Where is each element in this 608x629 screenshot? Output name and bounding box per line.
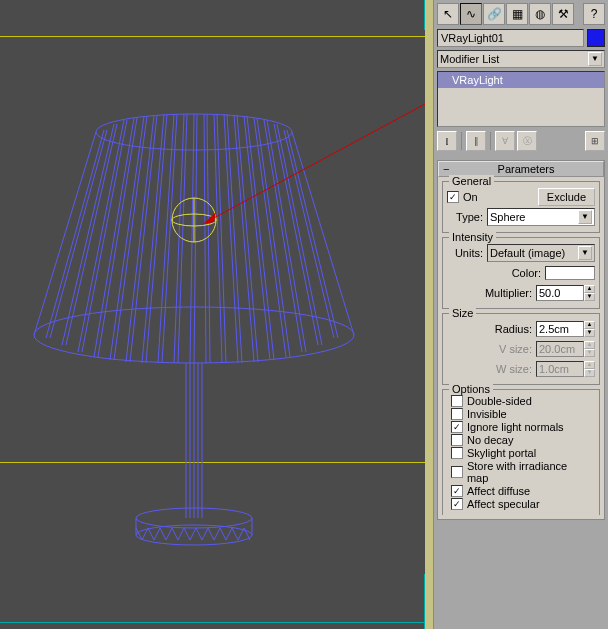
modifier-list-text: Modifier List — [440, 53, 588, 65]
option-label: No decay — [467, 434, 513, 446]
general-group-title: General — [449, 175, 494, 187]
lamp-wireframe — [24, 70, 384, 550]
svg-line-23 — [50, 130, 107, 338]
option-label: Invisible — [467, 408, 507, 420]
option-label: Store with irradiance map — [467, 460, 591, 484]
teal-guide-h — [0, 622, 425, 623]
make-unique-icon[interactable]: ∀ — [495, 131, 515, 151]
tab-row: ↖ ∿ 🔗 ▦ ◍ ⚒ ? — [437, 3, 605, 25]
size-group-title: Size — [449, 307, 476, 319]
type-dropdown[interactable]: Sphere ▼ — [487, 208, 595, 226]
option-checkbox[interactable] — [451, 395, 463, 407]
option-row: Invisible — [451, 408, 591, 420]
options-group-title: Options — [449, 383, 493, 395]
utilities-tab-icon[interactable]: ⚒ — [552, 3, 574, 25]
options-group: Options Double-sidedInvisibleIgnore ligh… — [442, 389, 600, 515]
remove-mod-icon[interactable]: ⓧ — [517, 131, 537, 151]
panel-dock-strip[interactable] — [425, 0, 434, 629]
command-panel: ↖ ∿ 🔗 ▦ ◍ ⚒ ? Modifier List ▼ VRayLight … — [425, 0, 608, 629]
modifier-list-dropdown[interactable]: Modifier List ▼ — [437, 50, 605, 68]
show-result-icon[interactable]: ∥ — [466, 131, 486, 151]
object-name-input[interactable] — [437, 29, 584, 47]
color-picker[interactable] — [545, 266, 595, 280]
option-row: Ignore light normals — [451, 421, 591, 433]
spin-down-icon[interactable]: ▼ — [584, 329, 595, 337]
option-row: Store with irradiance map — [451, 460, 591, 484]
spin-down-icon: ▼ — [584, 349, 595, 357]
svg-line-22 — [284, 130, 334, 338]
stack-toolbar: ⫿ ∥ ∀ ⓧ ⊞ — [437, 130, 605, 152]
collapse-icon: − — [443, 163, 453, 175]
spin-down-icon[interactable]: ▼ — [584, 293, 595, 301]
wsize-input — [536, 361, 584, 377]
option-checkbox[interactable] — [451, 498, 463, 510]
multiplier-input[interactable] — [536, 285, 584, 301]
modify-tab-icon[interactable]: ∿ — [460, 3, 482, 25]
svg-line-13 — [190, 114, 194, 363]
modifier-stack[interactable]: VRayLight — [437, 71, 605, 127]
configure-sets-icon[interactable]: ⊞ — [585, 131, 605, 151]
rollout-title: Parameters — [453, 163, 599, 175]
radius-label: Radius: — [495, 323, 536, 335]
svg-line-33 — [207, 114, 210, 363]
safe-frame-top — [0, 36, 425, 37]
option-checkbox[interactable] — [451, 447, 463, 459]
spin-up-icon: ▲ — [584, 361, 595, 369]
svg-line-3 — [292, 132, 354, 335]
option-label: Affect diffuse — [467, 485, 530, 497]
color-label: Color: — [512, 267, 545, 279]
intensity-group-title: Intensity — [449, 231, 496, 243]
option-label: Affect specular — [467, 498, 540, 510]
intensity-group: Intensity Units: Default (image) ▼ Color… — [442, 237, 600, 309]
option-checkbox[interactable] — [451, 421, 463, 433]
help-tab-icon[interactable]: ? — [583, 3, 605, 25]
on-label: On — [463, 191, 478, 203]
chevron-down-icon: ▼ — [588, 52, 602, 66]
option-row: Double-sided — [451, 395, 591, 407]
option-row: Affect specular — [451, 498, 591, 510]
option-row: Skylight portal — [451, 447, 591, 459]
radius-input[interactable] — [536, 321, 584, 337]
svg-line-38 — [257, 118, 290, 357]
display-tab-icon[interactable]: ◍ — [529, 3, 551, 25]
vsize-label: V size: — [499, 343, 536, 355]
spin-up-icon[interactable]: ▲ — [584, 285, 595, 293]
option-row: Affect diffuse — [451, 485, 591, 497]
motion-tab-icon[interactable]: ▦ — [506, 3, 528, 25]
option-label: Skylight portal — [467, 447, 536, 459]
svg-line-2 — [34, 132, 96, 335]
option-label: Ignore light normals — [467, 421, 564, 433]
viewport[interactable] — [0, 0, 425, 629]
exclude-button[interactable]: Exclude — [538, 188, 595, 206]
wsize-label: W size: — [496, 363, 536, 375]
option-row: No decay — [451, 434, 591, 446]
hierarchy-tab-icon[interactable]: 🔗 — [483, 3, 505, 25]
chevron-down-icon: ▼ — [578, 210, 592, 224]
option-checkbox[interactable] — [451, 408, 463, 420]
on-checkbox[interactable] — [447, 191, 459, 203]
pin-stack-icon[interactable]: ⫿ — [437, 131, 457, 151]
parameters-rollout: − Parameters General On Exclude Type: Sp… — [437, 160, 605, 520]
option-checkbox[interactable] — [451, 485, 463, 497]
object-color-swatch[interactable] — [587, 29, 605, 47]
stack-item-vraylight[interactable]: VRayLight — [438, 72, 604, 88]
size-group: Size Radius: ▲▼ V size: ▲▼ — [442, 313, 600, 385]
chevron-down-icon: ▼ — [578, 246, 592, 260]
option-label: Double-sided — [467, 395, 532, 407]
units-label: Units: — [447, 247, 487, 259]
units-dropdown[interactable]: Default (image) ▼ — [487, 244, 595, 262]
create-tab-icon[interactable]: ↖ — [437, 3, 459, 25]
general-group: General On Exclude Type: Sphere ▼ — [442, 181, 600, 233]
spin-up-icon: ▲ — [584, 341, 595, 349]
spin-down-icon: ▼ — [584, 369, 595, 377]
type-label: Type: — [447, 211, 487, 223]
multiplier-label: Multiplier: — [485, 287, 536, 299]
option-checkbox[interactable] — [451, 434, 463, 446]
svg-line-16 — [224, 114, 238, 363]
vsize-input — [536, 341, 584, 357]
svg-line-24 — [66, 124, 117, 345]
option-checkbox[interactable] — [451, 466, 463, 478]
svg-line-8 — [110, 116, 144, 360]
spin-up-icon[interactable]: ▲ — [584, 321, 595, 329]
